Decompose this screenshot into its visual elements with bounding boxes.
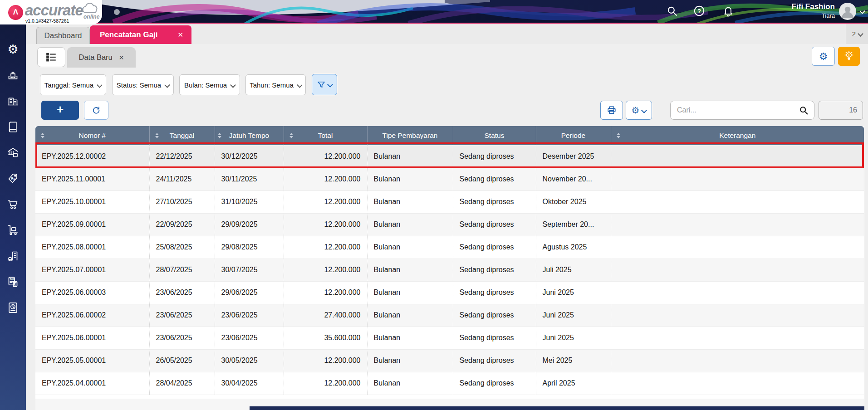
sidebar-item-tax[interactable]: TAX xyxy=(7,276,19,288)
filter-label: Status: Semua xyxy=(117,81,161,89)
person-icon xyxy=(839,3,856,20)
filter-label: Bulan: Semua xyxy=(184,81,227,89)
table-options-button[interactable]: ⚙ xyxy=(626,101,652,120)
cell-jatuh-tempo: 23/06/2025 xyxy=(215,304,284,327)
advanced-filter-button[interactable] xyxy=(312,74,337,95)
sidebar-item-purchases[interactable] xyxy=(7,198,19,210)
search-input[interactable] xyxy=(676,106,799,115)
column-label: Tipe Pembayaran xyxy=(383,132,438,139)
cell-tipe-pembayaran: Bulanan xyxy=(367,190,453,213)
table-row[interactable]: EPY.2025.05.0000126/05/202530/05/202512.… xyxy=(35,349,864,372)
search-icon[interactable] xyxy=(666,5,678,17)
cell-tipe-pembayaran: Bulanan xyxy=(367,168,453,190)
horizontal-scrollbar[interactable] xyxy=(250,406,864,410)
table-row[interactable]: EPY.2025.09.0000122/09/202529/09/202512.… xyxy=(35,213,864,236)
tab-overflow-count: 2 xyxy=(852,30,856,38)
table-row[interactable]: EPY.2025.11.0000124/11/202530/11/202512.… xyxy=(35,168,864,190)
avatar[interactable] xyxy=(839,3,856,20)
close-icon[interactable]: ✕ xyxy=(177,31,183,39)
column-header-nomor[interactable]: Nomor # xyxy=(35,126,149,145)
sidebar-item-company[interactable] xyxy=(7,95,19,107)
close-icon[interactable]: ✕ xyxy=(119,54,124,61)
cell-tanggal: 24/11/2025 xyxy=(149,168,215,190)
column-header-periode[interactable]: Periode xyxy=(536,126,611,145)
sidebar-item-sales[interactable]: Rp xyxy=(7,172,19,185)
sidebar-item-journal[interactable] xyxy=(7,121,19,133)
cell-keterangan xyxy=(611,259,864,281)
table-row[interactable]: EPY.2025.08.0000125/08/202529/08/202512.… xyxy=(35,236,864,259)
column-header-keterangan[interactable]: Keterangan xyxy=(611,126,864,145)
list-icon xyxy=(45,51,57,63)
table-row[interactable]: EPY.2025.04.0000128/04/202530/04/202512.… xyxy=(35,372,864,395)
cell-status: Sedang diproses xyxy=(453,259,536,281)
data-table: Nomor #TanggalJatuh TempoTotalTipe Pemba… xyxy=(35,126,864,395)
table-settings-button[interactable]: ⚙ xyxy=(812,47,835,66)
table-row[interactable]: EPY.2025.10.0000127/10/202531/10/202512.… xyxy=(35,190,864,213)
cell-tipe-pembayaran: Bulanan xyxy=(367,349,453,372)
subtab-data-baru[interactable]: Data Baru ✕ xyxy=(67,47,136,68)
cell-nomor: EPY.2025.06.00003 xyxy=(35,281,149,304)
list-view-button[interactable] xyxy=(37,47,65,67)
table-row[interactable]: EPY.2025.06.0000323/06/202529/06/202512.… xyxy=(35,281,864,304)
sort-icon[interactable] xyxy=(218,133,221,138)
sidebar-item-inventory[interactable] xyxy=(7,224,19,236)
filter-label: Tanggal: Semua xyxy=(44,81,93,89)
cell-tipe-pembayaran: Bulanan xyxy=(367,281,453,304)
cell-periode: September 20... xyxy=(536,213,611,236)
sidebar-item-reports[interactable] xyxy=(7,302,19,314)
column-header-tanggal[interactable]: Tanggal xyxy=(149,126,215,145)
print-button[interactable] xyxy=(600,101,623,120)
notifications-icon[interactable] xyxy=(722,5,734,17)
cell-tanggal: 25/08/2025 xyxy=(149,236,215,259)
cell-tanggal: 22/12/2025 xyxy=(149,145,215,168)
sort-icon[interactable] xyxy=(155,133,159,138)
refresh-button[interactable] xyxy=(84,101,108,120)
table-row[interactable]: EPY.2025.07.0000128/07/202530/07/202512.… xyxy=(35,259,864,281)
cell-periode: Juli 2025 xyxy=(536,259,611,281)
tab-pencatatan-gaji[interactable]: Pencatatan Gaji ✕ xyxy=(90,25,191,44)
table-row[interactable]: EPY.2025.12.0000222/12/202530/12/202512.… xyxy=(35,145,864,168)
sidebar-item-bank[interactable] xyxy=(7,146,19,159)
filter-status[interactable]: Status: Semua xyxy=(112,74,174,95)
cell-status: Sedang diproses xyxy=(453,236,536,259)
sort-icon[interactable] xyxy=(289,133,293,138)
tips-button[interactable] xyxy=(838,47,860,66)
search-icon[interactable] xyxy=(799,105,809,115)
cell-status: Sedang diproses xyxy=(453,213,536,236)
tab-overflow-dropdown[interactable]: 2 xyxy=(846,24,868,44)
tab-dashboard[interactable]: Dashboard xyxy=(36,27,90,44)
refresh-icon xyxy=(91,105,101,115)
sidebar-item-settings[interactable]: ⚙ xyxy=(7,43,19,55)
cell-keterangan xyxy=(611,145,864,168)
subtab-label: Data Baru xyxy=(78,53,112,62)
cell-tipe-pembayaran: Bulanan xyxy=(367,213,453,236)
gear-icon: ⚙ xyxy=(632,105,640,116)
sidebar-item-cash-register[interactable] xyxy=(7,69,19,81)
table-row[interactable]: EPY.2025.06.0000123/06/202523/06/202535.… xyxy=(35,327,864,349)
sort-icon[interactable] xyxy=(617,133,620,138)
filter-tanggal[interactable]: Tanggal: Semua xyxy=(40,74,106,95)
accurate-logo-icon: Λ xyxy=(8,5,23,20)
cell-periode: Juni 2025 xyxy=(536,327,611,349)
shopping-cart-icon xyxy=(7,198,19,210)
column-header-tipe-pembayaran[interactable]: Tipe Pembayaran xyxy=(367,126,453,145)
cell-keterangan xyxy=(611,168,864,190)
column-header-status[interactable]: Status xyxy=(453,126,536,145)
column-header-jatuh-tempo[interactable]: Jatuh Tempo xyxy=(215,126,284,145)
table-header-row: Nomor #TanggalJatuh TempoTotalTipe Pemba… xyxy=(35,126,864,145)
company-name[interactable]: Fifi Fashion xyxy=(792,2,835,11)
add-record-button[interactable]: + xyxy=(41,101,79,120)
column-header-total[interactable]: Total xyxy=(284,126,367,145)
sidebar-item-fixed-assets[interactable] xyxy=(7,250,19,262)
chevron-down-icon xyxy=(230,82,236,88)
main-tab-bar: Dashboard Pencatatan Gaji ✕ 2 xyxy=(0,24,868,44)
help-icon[interactable]: ? xyxy=(693,5,705,17)
cell-jatuh-tempo: 30/07/2025 xyxy=(215,259,284,281)
table-row[interactable]: EPY.2025.06.0000223/06/202523/06/202527.… xyxy=(35,304,864,327)
filter-bulan[interactable]: Bulan: Semua xyxy=(179,74,240,95)
cell-periode: Desember 2025 xyxy=(536,145,611,168)
filter-tahun[interactable]: Tahun: Semua xyxy=(245,74,306,95)
table-body: EPY.2025.12.0000222/12/202530/12/202512.… xyxy=(35,145,864,395)
brand-online-label: online xyxy=(83,14,99,20)
sort-icon[interactable] xyxy=(41,133,44,138)
